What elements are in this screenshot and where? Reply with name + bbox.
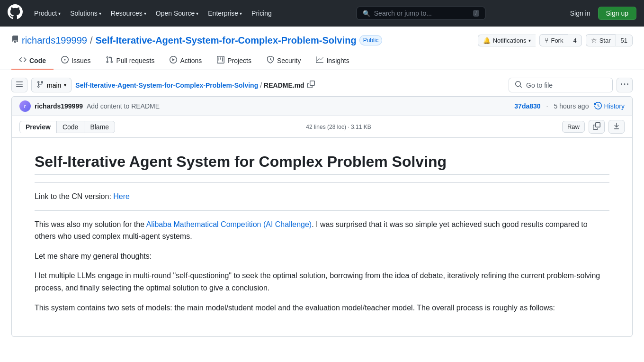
chevron-notifications-icon: ▾ bbox=[528, 38, 531, 43]
preview-tab[interactable]: Preview bbox=[19, 121, 57, 133]
history-link[interactable]: History bbox=[594, 102, 625, 111]
cn-link-prefix: Link to the CN version: bbox=[35, 192, 111, 200]
actions-tab-icon bbox=[170, 56, 177, 65]
repo-header: richards199999 / Self-Iterative-Agent-Sy… bbox=[0, 27, 644, 70]
repo-separator: / bbox=[90, 35, 93, 46]
nav-enterprise[interactable]: Enterprise ▾ bbox=[204, 6, 246, 21]
readme-para2: Let me share my general thoughts: bbox=[35, 250, 609, 262]
security-tab-icon bbox=[267, 56, 274, 65]
commit-hash-link[interactable]: 37da830 bbox=[514, 102, 540, 110]
download-file-button[interactable] bbox=[608, 120, 625, 134]
nav-product[interactable]: Product ▾ bbox=[30, 6, 64, 21]
header-search: 🔍 Search or jump to... / bbox=[283, 7, 559, 20]
branch-selector[interactable]: main ▾ bbox=[31, 78, 72, 92]
commit-time-text: 5 hours ago bbox=[554, 102, 589, 110]
search-input[interactable]: 🔍 Search or jump to... / bbox=[357, 7, 485, 20]
commit-separator: · bbox=[546, 102, 548, 110]
repo-actions: 🔔 Notifications ▾ ⑂ Fork 4 ☆ Star 51 bbox=[478, 34, 633, 46]
history-icon bbox=[594, 102, 602, 111]
raw-button[interactable]: Raw bbox=[562, 121, 585, 133]
tab-issues[interactable]: Issues bbox=[54, 52, 98, 70]
commit-left: r richards199999 Add content to README bbox=[19, 100, 160, 112]
panel-toggle-button[interactable] bbox=[11, 78, 27, 92]
repo-type-icon bbox=[11, 36, 19, 45]
repo-visibility-badge: Public bbox=[359, 35, 383, 45]
tab-security[interactable]: Security bbox=[259, 52, 309, 70]
github-logo-icon[interactable] bbox=[8, 4, 23, 22]
main-content: main ▾ Self-Iterative-Agent-System-for-C… bbox=[0, 70, 644, 344]
nav-pricing[interactable]: Pricing bbox=[248, 6, 276, 21]
repo-owner-link[interactable]: richards199999 bbox=[22, 35, 87, 46]
repo-name-link[interactable]: Self-Iterative-Agent-System-for-Complex-… bbox=[95, 35, 356, 46]
code-tab[interactable]: Code bbox=[56, 121, 84, 133]
site-header: Product ▾ Solutions ▾ Resources ▾ Open S… bbox=[0, 0, 644, 27]
tab-insights[interactable]: Insights bbox=[308, 52, 357, 70]
file-content: Self-Iterative Agent System for Complex … bbox=[11, 138, 633, 337]
chevron-solutions-icon: ▾ bbox=[99, 11, 101, 16]
readme-title: Self-Iterative Agent System for Complex … bbox=[35, 153, 609, 175]
more-file-options-button[interactable] bbox=[617, 78, 633, 92]
go-to-file-input[interactable]: Go to file bbox=[509, 78, 613, 92]
header-actions: Sign in Sign up bbox=[566, 7, 636, 20]
fork-button[interactable]: ⑂ Fork bbox=[539, 34, 568, 46]
star-button[interactable]: ☆ Star bbox=[586, 34, 616, 46]
commit-message-text: Add content to README bbox=[87, 102, 160, 110]
star-count[interactable]: 51 bbox=[616, 35, 633, 46]
search-icon: 🔍 bbox=[363, 10, 370, 17]
file-path-bar: main ▾ Self-Iterative-Agent-System-for-C… bbox=[11, 78, 633, 92]
header-nav: Product ▾ Solutions ▾ Resources ▾ Open S… bbox=[30, 6, 276, 21]
star-icon: ☆ bbox=[591, 36, 597, 44]
copy-file-button[interactable] bbox=[589, 120, 605, 134]
file-stats-text: 42 lines (28 loc) · 3.11 KB bbox=[306, 124, 371, 130]
cn-link[interactable]: Here bbox=[113, 192, 130, 200]
readme-para4: This system contains two sets of models:… bbox=[35, 302, 609, 314]
branch-chevron-icon: ▾ bbox=[64, 82, 66, 88]
tab-pull-requests[interactable]: Pull requests bbox=[98, 52, 162, 70]
repo-tabs: Code Issues Pull requests Actions Projec… bbox=[11, 52, 633, 70]
notifications-group: 🔔 Notifications ▾ bbox=[478, 35, 536, 46]
file-view-tabs: Preview Code Blame bbox=[19, 121, 115, 133]
chevron-enterprise-icon: ▾ bbox=[240, 11, 242, 16]
readme-cn-link-para: Link to the CN version: Here bbox=[35, 190, 609, 203]
tab-projects[interactable]: Projects bbox=[209, 52, 259, 70]
nav-solutions[interactable]: Solutions ▾ bbox=[66, 6, 105, 21]
search-shortcut-key: / bbox=[473, 10, 479, 17]
go-to-file-search-icon bbox=[515, 81, 522, 90]
breadcrumb-repo-link[interactable]: Self-Iterative-Agent-System-for-Complex-… bbox=[75, 81, 258, 89]
chevron-product-icon: ▾ bbox=[58, 11, 61, 16]
nav-open-source[interactable]: Open Source ▾ bbox=[152, 6, 203, 21]
bell-icon: 🔔 bbox=[483, 37, 491, 44]
file-actions-right: Raw bbox=[562, 120, 625, 134]
alibaba-link[interactable]: Alibaba Mathematical Competition (AI Cha… bbox=[146, 220, 312, 228]
file-view-controls: Preview Code Blame 42 lines (28 loc) · 3… bbox=[11, 116, 633, 138]
tab-actions[interactable]: Actions bbox=[162, 52, 209, 70]
tab-code[interactable]: Code bbox=[11, 52, 54, 70]
issues-tab-icon bbox=[61, 56, 69, 65]
commit-author-link[interactable]: richards199999 bbox=[35, 102, 83, 110]
readme-divider-2 bbox=[35, 210, 609, 211]
fork-count[interactable]: 4 bbox=[568, 35, 581, 46]
chevron-resources-icon: ▾ bbox=[144, 11, 146, 16]
readme-para1: This was also my solution for the Alibab… bbox=[35, 218, 609, 243]
file-path-right: Go to file bbox=[509, 78, 633, 92]
readme-para3: I let multiple LLMs engage in multi-roun… bbox=[35, 270, 609, 294]
sign-up-button[interactable]: Sign up bbox=[598, 7, 636, 20]
repo-title-row: richards199999 / Self-Iterative-Agent-Sy… bbox=[11, 34, 633, 46]
blame-tab[interactable]: Blame bbox=[84, 121, 115, 133]
commit-info-bar: r richards199999 Add content to README 3… bbox=[11, 96, 633, 116]
search-placeholder-text: Search or jump to... bbox=[374, 9, 469, 17]
notifications-button[interactable]: 🔔 Notifications ▾ bbox=[478, 35, 536, 46]
avatar: r bbox=[19, 100, 31, 112]
go-to-file-label: Go to file bbox=[526, 81, 553, 89]
insights-tab-icon bbox=[316, 56, 323, 65]
sign-in-button[interactable]: Sign in bbox=[566, 8, 594, 19]
para1-prefix: This was also my solution for the bbox=[35, 220, 146, 228]
fork-icon: ⑂ bbox=[545, 36, 548, 44]
file-path-left: main ▾ Self-Iterative-Agent-System-for-C… bbox=[11, 78, 315, 92]
commit-right: 37da830 · 5 hours ago History bbox=[514, 102, 625, 111]
branch-icon bbox=[36, 81, 44, 90]
nav-resources[interactable]: Resources ▾ bbox=[107, 6, 150, 21]
breadcrumb-file: README.md bbox=[264, 81, 304, 89]
copy-path-icon[interactable] bbox=[307, 81, 315, 90]
star-group: ☆ Star 51 bbox=[586, 34, 633, 46]
